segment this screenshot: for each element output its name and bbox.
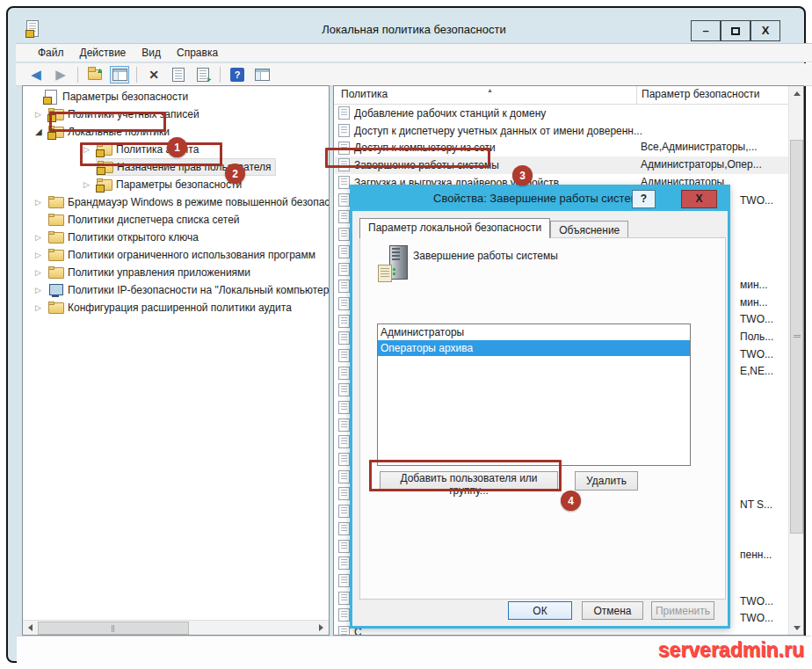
policy-doc-icon xyxy=(338,245,350,258)
dialog-tab[interactable]: Объяснение xyxy=(550,221,628,238)
tree-item[interactable]: ▷ Политики открытого ключа xyxy=(23,229,329,246)
policy-value-fragment: Поль... xyxy=(740,331,773,343)
list-vertical-scrollbar[interactable] xyxy=(788,86,803,635)
tree-expander-icon[interactable]: ◢ xyxy=(35,123,47,141)
tree-item[interactable]: ▷ Политики управления приложениями xyxy=(23,264,329,281)
close-button[interactable]: X xyxy=(750,20,780,41)
menu-item[interactable]: Справка xyxy=(169,44,226,62)
ok-button[interactable]: ОК xyxy=(508,601,572,620)
tree-item-label: Параметры безопасности xyxy=(62,88,188,105)
remove-button[interactable]: Удалить xyxy=(575,471,638,491)
column-header-setting[interactable]: Параметр безопасности xyxy=(642,88,760,100)
scroll-right-icon[interactable] xyxy=(314,621,329,635)
title-bar: Локальная политика безопасности – X xyxy=(16,16,812,43)
menu-item[interactable]: Файл xyxy=(30,44,72,62)
export-list-icon[interactable] xyxy=(193,66,213,84)
tree-expander-icon[interactable]: ▷ xyxy=(35,264,47,281)
member-item[interactable]: Администраторы xyxy=(378,324,690,340)
policy-doc-icon xyxy=(338,193,350,207)
tree-expander-icon[interactable]: ▷ xyxy=(35,299,47,316)
policy-doc-icon xyxy=(338,540,350,553)
tree-node-icon xyxy=(48,284,63,297)
scrollbar-thumb[interactable] xyxy=(38,622,189,635)
delete-icon[interactable]: ✕ xyxy=(144,66,163,84)
policy-value-fragment: мин... xyxy=(740,296,768,309)
policy-doc-icon xyxy=(338,626,350,636)
tree-item[interactable]: Параметры безопасности xyxy=(23,88,329,105)
tree-item[interactable]: ▷ Конфигурация расширенной политики ауди… xyxy=(23,299,329,316)
tree-item[interactable]: ▷ Политики ограниченного использования п… xyxy=(23,246,329,264)
column-divider[interactable] xyxy=(636,86,637,105)
export-folder-icon[interactable]: ▲ xyxy=(85,66,105,84)
status-bar: serveradmin.ru xyxy=(17,636,811,663)
policy-doc-icon xyxy=(338,470,350,484)
scrollbar-thumb[interactable] xyxy=(790,140,803,534)
policy-doc-icon xyxy=(338,401,350,414)
forward-icon[interactable]: ▶ xyxy=(51,66,70,84)
annotation-badge: 2 xyxy=(225,164,245,184)
tree-expander-icon[interactable]: ▷ xyxy=(35,281,47,299)
policy-value: Администраторы,Опер... xyxy=(641,158,762,171)
policy-doc-icon xyxy=(338,349,350,362)
column-header-policy[interactable]: Политика xyxy=(341,88,388,100)
policy-doc-icon xyxy=(338,228,350,241)
scroll-up-icon[interactable] xyxy=(789,86,804,100)
annotation-badge: 1 xyxy=(167,137,187,157)
properties-icon[interactable] xyxy=(169,66,188,84)
policy-value-fragment: TWO... xyxy=(740,313,773,325)
dialog-help-button[interactable]: ? xyxy=(632,190,656,208)
menu-item[interactable]: Вид xyxy=(134,44,169,62)
policy-doc-icon xyxy=(338,592,350,605)
annotation-box xyxy=(49,112,166,132)
console-tree-panel: Параметры безопасности ▷ Политики учетны… xyxy=(22,85,330,636)
policy-row[interactable]: Доступ к диспетчеру учетных данных от им… xyxy=(335,122,789,140)
cancel-button[interactable]: Отмена xyxy=(582,601,643,620)
menu-item[interactable]: Действие xyxy=(72,44,134,62)
policy-doc-icon xyxy=(338,522,350,535)
apply-button[interactable]: Применить xyxy=(651,601,714,620)
maximize-icon xyxy=(731,27,740,35)
policy-row[interactable]: Добавление рабочих станций к домену xyxy=(335,105,789,122)
tree-expander-icon[interactable]: ▷ xyxy=(35,193,47,211)
members-listbox[interactable]: АдминистраторыОператоры архива xyxy=(377,324,691,466)
toolbar-separator xyxy=(220,67,221,83)
policy-doc-icon xyxy=(338,176,350,189)
help-icon[interactable]: ? xyxy=(228,66,247,84)
new-window-icon[interactable] xyxy=(252,66,272,84)
minimize-button[interactable]: – xyxy=(691,20,721,41)
member-item[interactable]: Операторы архива xyxy=(378,340,690,356)
tree-expander-icon[interactable]: ▷ xyxy=(83,176,96,193)
policy-doc-icon xyxy=(338,124,350,137)
scroll-down-icon[interactable] xyxy=(789,621,804,635)
tree-node-icon xyxy=(48,214,63,227)
tree-horizontal-scrollbar[interactable] xyxy=(23,620,329,635)
tree-item-label: Параметры безопасности xyxy=(116,176,242,193)
tree-expander-icon[interactable]: ▷ xyxy=(35,246,47,264)
tree-expander-icon[interactable]: ▷ xyxy=(35,105,47,123)
policy-value-fragment: NT S... xyxy=(740,498,772,511)
back-icon[interactable]: ◀ xyxy=(26,66,46,84)
toolbar: ◀ ▶ ▲ ✕ ? xyxy=(16,63,812,86)
maximize-button[interactable] xyxy=(721,20,750,41)
tree-node-icon xyxy=(48,302,63,315)
policy-name: Добавление рабочих станций к домену xyxy=(354,107,546,120)
tree-expander-icon[interactable]: ▷ xyxy=(35,229,47,246)
dialog-title-bar: Свойства: Завершение работы системы ? X xyxy=(352,187,728,211)
scroll-left-icon[interactable] xyxy=(23,621,38,635)
tree-item[interactable]: ▷ Параметры безопасности xyxy=(23,176,329,193)
annotation-badge: 4 xyxy=(561,491,581,511)
dialog-close-button[interactable]: X xyxy=(681,190,717,208)
show-console-tree-icon[interactable] xyxy=(110,66,129,84)
policy-value-fragment: TWO... xyxy=(740,194,773,207)
dialog-tab[interactable]: Параметр локальной безопасности xyxy=(359,218,550,238)
tree-item[interactable]: ▷ Политики IP-безопасности на "Локальный… xyxy=(23,281,329,299)
tree-item[interactable]: ▷ Брандмауэр Windows в режиме повышенной… xyxy=(23,193,329,211)
tree-node-icon xyxy=(48,231,63,244)
tree-item-label: Политики диспетчера списка сетей xyxy=(68,211,240,229)
policy-doc-icon xyxy=(338,383,350,396)
dialog-policy-name: Завершение работы системы xyxy=(413,250,558,262)
tree-item[interactable]: Политики диспетчера списка сетей xyxy=(23,211,329,229)
policy-name: Доступ к диспетчеру учетных данных от им… xyxy=(354,125,642,137)
screenshot-root: Локальная политика безопасности – X Файл… xyxy=(0,0,812,669)
policy-doc-icon xyxy=(338,280,350,293)
